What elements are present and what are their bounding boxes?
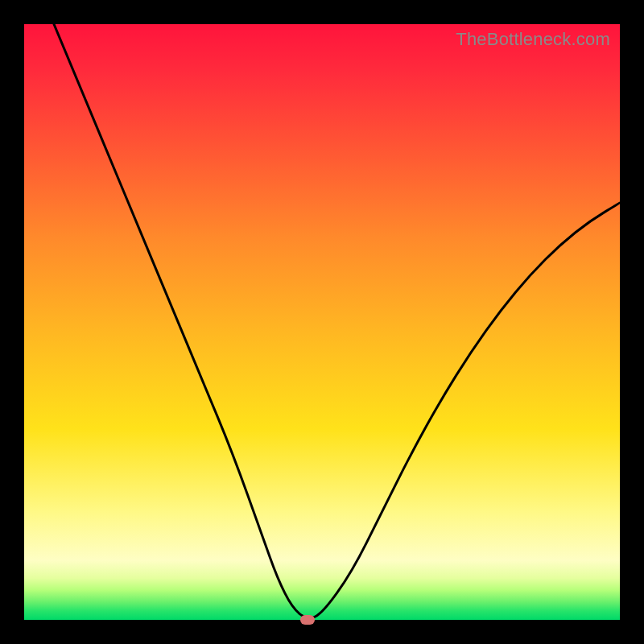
curve-path bbox=[54, 24, 620, 618]
optimal-point-marker bbox=[300, 615, 315, 625]
bottleneck-curve bbox=[24, 24, 620, 620]
plot-area: TheBottleneck.com bbox=[24, 24, 620, 620]
chart-frame: TheBottleneck.com bbox=[0, 0, 644, 644]
